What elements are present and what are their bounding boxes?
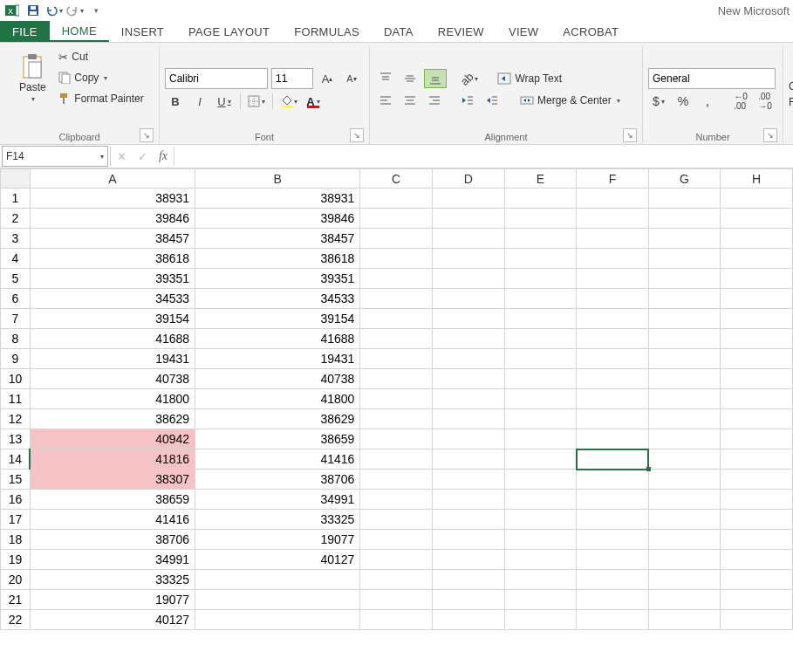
cell[interactable] [721, 209, 793, 229]
cell[interactable] [360, 289, 433, 309]
cell[interactable] [577, 349, 649, 369]
cell[interactable] [432, 490, 504, 510]
select-all-corner[interactable] [1, 169, 31, 189]
cell[interactable]: 19431 [30, 349, 195, 369]
cell[interactable] [504, 449, 577, 470]
cell[interactable] [721, 570, 793, 590]
align-middle-button[interactable] [400, 70, 420, 87]
cell[interactable]: 38457 [30, 229, 195, 249]
align-center-button[interactable] [400, 92, 420, 109]
wrap-text-button[interactable]: Wrap Text [496, 70, 586, 87]
cell[interactable] [504, 189, 577, 209]
comma-format-button[interactable]: , [697, 93, 718, 110]
cell[interactable] [648, 249, 721, 269]
cell[interactable] [577, 289, 649, 309]
cell[interactable] [504, 289, 577, 309]
cell[interactable] [504, 510, 577, 530]
cell[interactable] [648, 570, 721, 590]
cell[interactable] [432, 510, 504, 530]
cell[interactable] [360, 530, 433, 550]
increase-font-size-button[interactable]: A▴ [317, 70, 338, 87]
cell[interactable]: 41816 [30, 449, 195, 470]
cell[interactable]: 41688 [30, 329, 195, 349]
cell[interactable] [577, 409, 649, 429]
cell[interactable] [504, 249, 577, 269]
cell[interactable]: 38307 [30, 470, 195, 490]
cell[interactable]: 40738 [30, 369, 195, 389]
paste-button[interactable]: Paste ▾ [13, 48, 51, 107]
row-header[interactable]: 13 [1, 429, 31, 449]
cell[interactable] [721, 610, 793, 630]
cell[interactable] [360, 309, 433, 329]
cell[interactable] [360, 590, 433, 610]
cell[interactable] [504, 409, 577, 429]
cell[interactable]: 41800 [30, 389, 195, 409]
cell[interactable] [721, 289, 793, 309]
row-header[interactable]: 15 [1, 470, 31, 490]
cell[interactable] [360, 570, 433, 590]
cell[interactable] [504, 369, 577, 389]
cell[interactable]: 39351 [195, 269, 360, 289]
cell[interactable] [577, 309, 649, 329]
cell[interactable] [360, 369, 433, 389]
cell[interactable] [360, 490, 433, 510]
cell[interactable]: 34533 [195, 289, 360, 309]
cell[interactable] [360, 510, 433, 530]
cell[interactable]: 39846 [30, 209, 195, 229]
name-box[interactable]: F14 ▾ [2, 146, 108, 167]
cell[interactable]: 19077 [30, 590, 195, 610]
fill-color-button[interactable]: ▾ [278, 93, 299, 110]
cell[interactable] [577, 389, 649, 409]
cell[interactable] [577, 610, 649, 630]
cell[interactable]: 39154 [30, 309, 195, 329]
column-header[interactable]: F [577, 169, 649, 189]
cell[interactable] [577, 530, 649, 550]
cell[interactable] [721, 229, 793, 249]
row-header[interactable]: 19 [1, 550, 31, 570]
cell[interactable] [721, 429, 793, 449]
cell[interactable] [721, 590, 793, 610]
cell[interactable] [360, 610, 433, 630]
cell[interactable]: 39846 [195, 209, 360, 229]
align-left-button[interactable] [375, 92, 396, 109]
cell[interactable] [504, 329, 577, 349]
row-header[interactable]: 3 [1, 229, 31, 249]
cell[interactable] [432, 209, 504, 229]
redo-icon[interactable]: ▾ [66, 2, 84, 19]
cell[interactable] [360, 449, 433, 470]
cell[interactable] [648, 550, 721, 570]
cell[interactable] [721, 550, 793, 570]
cell[interactable] [648, 349, 721, 369]
cell[interactable] [432, 229, 504, 249]
cell[interactable] [360, 409, 433, 429]
tab-acrobat[interactable]: ACROBAT [550, 21, 631, 42]
row-header[interactable]: 20 [1, 570, 31, 590]
cell[interactable] [648, 429, 721, 449]
cell[interactable] [721, 470, 793, 490]
cell[interactable]: 38706 [30, 530, 195, 550]
align-bottom-button[interactable] [424, 69, 447, 88]
cancel-formula-button[interactable]: ✕ [111, 146, 132, 167]
cell[interactable] [577, 510, 649, 530]
dialog-launcher-icon[interactable]: ↘ [763, 128, 777, 142]
cell[interactable] [648, 229, 721, 249]
cell[interactable] [648, 389, 721, 409]
row-header[interactable]: 18 [1, 530, 31, 550]
font-name-input[interactable] [165, 68, 268, 89]
cell[interactable] [721, 449, 793, 470]
cell[interactable]: 38457 [195, 229, 360, 249]
tab-file[interactable]: FILE [0, 21, 50, 42]
cell[interactable]: 34991 [30, 550, 195, 570]
cell[interactable] [432, 590, 504, 610]
row-header[interactable]: 7 [1, 309, 31, 329]
cell[interactable] [432, 309, 504, 329]
cell[interactable] [577, 470, 649, 490]
borders-button[interactable]: ▾ [246, 93, 267, 110]
cell[interactable]: 38659 [195, 429, 360, 449]
cell[interactable] [577, 189, 649, 209]
cell[interactable]: 38931 [30, 189, 195, 209]
cell[interactable] [504, 309, 577, 329]
decrease-font-size-button[interactable]: A▾ [341, 70, 362, 87]
row-header[interactable]: 12 [1, 409, 31, 429]
row-header[interactable]: 11 [1, 389, 31, 409]
